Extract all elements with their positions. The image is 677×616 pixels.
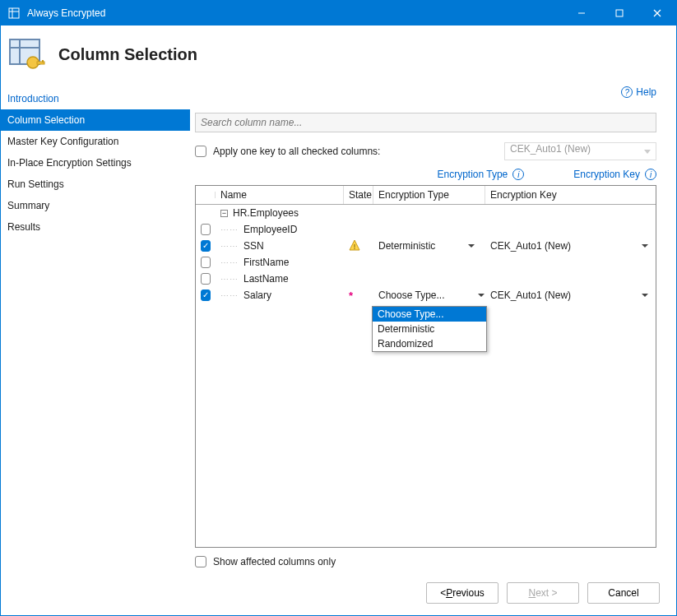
svg-rect-0 (9, 8, 19, 18)
chevron-down-icon (468, 244, 475, 248)
encryption-type-header-label: Encryption Type (437, 169, 508, 180)
page-title: Column Selection (58, 45, 197, 64)
encryption-type-select[interactable]: Deterministic (378, 240, 475, 252)
app-icon (7, 7, 21, 20)
table-row: ⋯⋯Salary * Choose Type... Choose Type...… (196, 287, 656, 303)
search-input[interactable] (195, 113, 656, 132)
nav-results[interactable]: Results (1, 216, 190, 238)
column-name: FirstName (243, 257, 289, 268)
dropdown-option[interactable]: Randomized (373, 336, 486, 351)
info-icon[interactable]: i (645, 169, 656, 180)
table-row: ⋯⋯SSN ! Deterministic CEK_Auto1 (New) (196, 238, 656, 254)
next-mnemonic: N (528, 587, 536, 599)
next-button: Next > (507, 582, 579, 604)
svg-rect-12 (42, 60, 44, 63)
encryption-key-value: CEK_Auto1 (New) (490, 240, 571, 252)
main-panel: ? Help Apply one key to all checked colu… (190, 86, 676, 567)
apply-one-key-label: Apply one key to all checked columns: (213, 146, 380, 157)
col-enc-key[interactable]: Encryption Key (485, 186, 653, 204)
nav-master-key-configuration[interactable]: Master Key Configuration (1, 131, 190, 152)
dropdown-option[interactable]: Deterministic (373, 322, 486, 336)
encryption-type-value: Choose Type... (378, 289, 445, 301)
row-checkbox[interactable] (201, 289, 211, 301)
row-checkbox[interactable] (201, 224, 211, 235)
nav-column-selection[interactable]: Column Selection (1, 109, 190, 131)
show-affected-label: Show affected columns only (213, 556, 336, 567)
col-enc-type[interactable]: Encryption Type (373, 186, 485, 204)
info-icon[interactable]: i (512, 169, 524, 180)
column-name: LastName (243, 273, 289, 285)
column-name: EmployeeID (243, 224, 297, 235)
group-label: HR.Employees (233, 207, 299, 219)
column-name: SSN (243, 240, 264, 252)
help-link[interactable]: ? Help (621, 86, 656, 98)
table-row: ⋯⋯FirstName (196, 254, 656, 271)
group-row[interactable]: − HR.Employees (196, 205, 656, 221)
footer: < Previous Next > Cancel (1, 567, 676, 616)
maximize-button[interactable] (600, 1, 638, 25)
svg-text:!: ! (354, 243, 356, 251)
dropdown-option[interactable]: Choose Type... (373, 307, 486, 322)
required-icon: * (349, 289, 353, 302)
columns-grid: Name State Encryption Type Encryption Ke… (195, 185, 656, 548)
minimize-button[interactable] (563, 1, 600, 25)
table-row: ⋯⋯LastName (196, 271, 656, 287)
row-checkbox[interactable] (201, 273, 211, 285)
help-label: Help (636, 86, 656, 98)
wizard-icon (6, 34, 47, 75)
chevron-down-icon[interactable] (642, 244, 648, 248)
previous-button[interactable]: < Previous (426, 582, 498, 604)
warning-icon[interactable]: ! (349, 239, 360, 253)
wizard-steps-sidebar: Introduction Column Selection Master Key… (1, 86, 190, 567)
nav-introduction[interactable]: Introduction (1, 88, 190, 109)
encryption-type-select[interactable]: Choose Type... (378, 289, 485, 301)
tree-connector: ⋯⋯ (220, 225, 239, 234)
close-button[interactable] (638, 1, 676, 25)
tree-connector: ⋯⋯ (220, 258, 239, 267)
header: Column Selection (1, 25, 676, 78)
tree-connector: ⋯⋯ (220, 242, 239, 251)
help-icon: ? (621, 86, 633, 98)
tree-connector: ⋯⋯ (220, 291, 239, 300)
apply-one-key-checkbox[interactable] (195, 146, 206, 157)
column-name: Salary (243, 289, 271, 301)
apply-one-key-select: CEK_Auto1 (New) (504, 142, 656, 160)
row-checkbox[interactable] (201, 240, 211, 252)
window-title: Always Encrypted (27, 7, 105, 19)
tree-connector: ⋯⋯ (220, 275, 239, 284)
nav-summary[interactable]: Summary (1, 195, 190, 216)
nav-run-settings[interactable]: Run Settings (1, 174, 190, 195)
title-bar: Always Encrypted (1, 1, 676, 25)
col-state[interactable]: State (344, 186, 373, 204)
table-row: ⋯⋯EmployeeID (196, 221, 656, 238)
encryption-key-header-label: Encryption Key (573, 169, 640, 180)
col-name[interactable]: Name (216, 186, 344, 204)
grid-header-row: Name State Encryption Type Encryption Ke… (196, 186, 656, 205)
show-affected-checkbox[interactable] (195, 556, 206, 567)
svg-rect-4 (616, 10, 623, 16)
previous-mnemonic: P (446, 587, 452, 599)
encryption-type-dropdown: Choose Type... Deterministic Randomized (372, 306, 487, 352)
cancel-button[interactable]: Cancel (587, 582, 660, 604)
encryption-key-value: CEK_Auto1 (New) (490, 289, 571, 301)
nav-in-place-encryption-settings[interactable]: In-Place Encryption Settings (1, 152, 190, 174)
chevron-down-icon[interactable] (642, 294, 648, 297)
encryption-type-value: Deterministic (378, 240, 435, 252)
encryption-key-header-link[interactable]: Encryption Key i (573, 169, 656, 180)
collapse-icon[interactable]: − (220, 210, 228, 217)
row-checkbox[interactable] (201, 257, 211, 268)
apply-one-key-value: CEK_Auto1 (New) (510, 143, 591, 155)
encryption-type-header-link[interactable]: Encryption Type i (437, 169, 524, 180)
chevron-down-icon (478, 294, 485, 297)
